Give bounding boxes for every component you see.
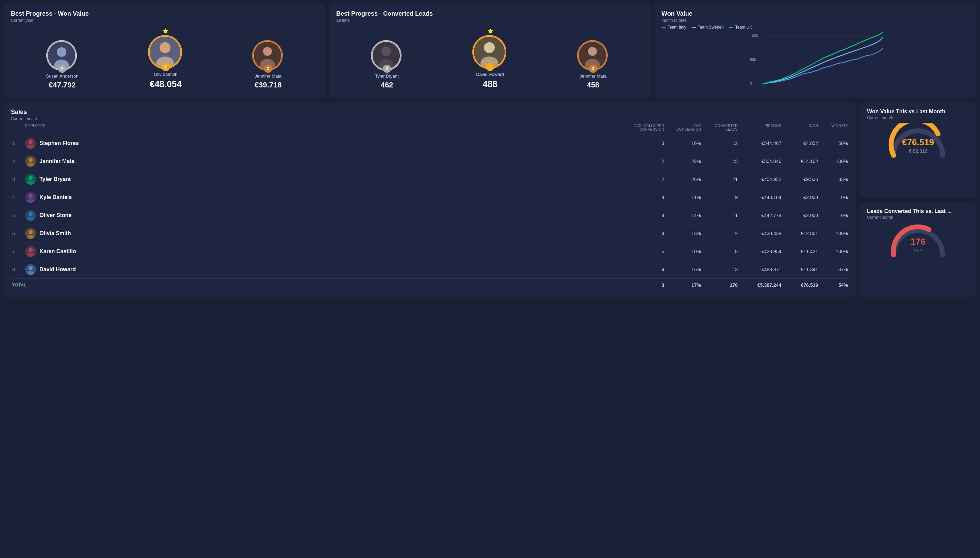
lead-conv: 13% <box>667 231 701 236</box>
avatar-svg <box>25 264 36 275</box>
won-value-gauge-card: Won Value This vs Last Month Current mon… <box>860 102 976 198</box>
podium-name-1: Olivia Smith <box>154 72 177 77</box>
total-label: TOTAL <box>12 283 627 287</box>
col-avg-calls: AVG. CALLS PER CONVERSION <box>630 124 664 131</box>
podium-value-1: €48.054 <box>150 79 182 89</box>
leads-podium-name-2: Tyler Bryant <box>375 74 399 79</box>
leads-gauge-card: Leads Converted This vs. Last ... Curren… <box>860 202 976 298</box>
legend-label-sweden: Team Sweden <box>698 25 724 30</box>
best-progress-won-subtitle: Current year <box>11 18 318 23</box>
col-pipeline: PIPELINE <box>740 124 781 131</box>
table-row: 5 Oliver Stone 4 14% 11 €442.778 €2.000 … <box>11 207 849 225</box>
won: €11.341 <box>784 267 818 272</box>
won-gauge-secondary: € 82.316 <box>902 148 934 154</box>
podium-item-1: ⭐ 1 Olivia Smith €48.054 <box>149 28 183 89</box>
won: €9.535 <box>784 177 818 182</box>
legend-dot-italy <box>662 27 666 28</box>
avg-calls: 4 <box>630 231 664 236</box>
avatar-svg <box>25 138 36 149</box>
emp-avatar <box>25 246 36 257</box>
pipeline: €428.954 <box>740 249 781 254</box>
leads-podium-item-1: ⭐ 1 David Howard 488 <box>473 28 507 89</box>
conv-leads: 13 <box>704 267 738 272</box>
avg-calls: 2 <box>630 177 664 182</box>
y-label-0: 0 <box>750 81 752 85</box>
svg-point-37 <box>29 230 33 234</box>
col-winrate: WINRATE <box>821 124 848 131</box>
badge-3: 3 <box>264 65 272 73</box>
best-progress-won-title: Best Progress - Won Value <box>11 10 318 17</box>
dashboard: Best Progress - Won Value Current year 2… <box>4 4 976 297</box>
svg-point-13 <box>484 42 495 53</box>
leads-gauge-wrap: 176 252 <box>867 223 969 260</box>
total-winrate: 54% <box>821 282 848 288</box>
emp-name: Kyle Daniels <box>39 194 72 200</box>
employee-cell: Tyler Bryant <box>25 174 627 185</box>
svg-point-40 <box>29 248 33 252</box>
table-row: 4 Kyle Daniels 4 11% 9 €443.184 €2.000 0… <box>11 189 849 207</box>
legend-italy: Team Italy <box>662 25 686 30</box>
emp-avatar <box>25 192 36 203</box>
won-gauge-main: €76.519 <box>902 137 934 148</box>
right-column: Won Value This vs Last Month Current mon… <box>860 102 976 297</box>
leads-podium-item-2: 2 Tyler Bryant 462 <box>372 41 402 89</box>
conv-leads: 23 <box>704 159 738 164</box>
emp-name: Karen Castillo <box>39 248 76 254</box>
conv-leads: 21 <box>704 177 738 182</box>
won: €2.000 <box>784 195 818 200</box>
svg-point-10 <box>381 47 391 56</box>
leads-gauge-main: 176 <box>911 236 925 247</box>
employee-cell: Olivia Smith <box>25 228 627 239</box>
row-rank: 6 <box>12 231 23 236</box>
avatar-svg <box>25 156 36 167</box>
podium-value-2: €47.792 <box>49 80 76 89</box>
emp-name: Tyler Bryant <box>39 176 71 182</box>
line-chart-svg: 100k 50k 0 <box>662 32 969 87</box>
avatar-svg <box>25 174 36 185</box>
sales-table-body: 1 Stephen Flores 3 16% 12 €544.467 €4.85… <box>11 135 849 278</box>
legend-dot-sweden <box>692 27 696 28</box>
sales-subtitle: Current month <box>11 117 849 121</box>
pipeline: €443.184 <box>740 195 781 200</box>
conv-leads: 8 <box>704 249 738 254</box>
leads-podium-value-3: 458 <box>587 80 599 89</box>
row-rank: 1 <box>12 141 23 146</box>
leads-gauge-title: Leads Converted This vs. Last ... <box>867 208 969 214</box>
podium-name-3: Jennifer Mata <box>254 74 281 79</box>
table-row: 1 Stephen Flores 3 16% 12 €544.467 €4.85… <box>11 135 849 153</box>
winrate: 100% <box>821 249 848 254</box>
leads-badge-2: 2 <box>383 65 391 73</box>
bottom-row: Sales Current month EMPLOYEE AVG. CALLS … <box>4 102 976 297</box>
sales-card: Sales Current month EMPLOYEE AVG. CALLS … <box>4 102 856 297</box>
legend-uk: Team UK <box>729 25 752 30</box>
avatar-svg <box>25 246 36 257</box>
total-lead-conv: 17% <box>667 282 701 288</box>
avatar-svg <box>25 192 36 203</box>
table-row: 8 David Howard 4 15% 13 €488.371 €11.341… <box>11 261 849 278</box>
svg-point-34 <box>29 212 33 216</box>
podium-item-3: 3 Jennifer Mata €39.718 <box>253 41 284 89</box>
table-header: EMPLOYEE AVG. CALLS PER CONVERSION LEAD … <box>11 121 849 135</box>
best-progress-leads-title: Best Progress - Converted Leads <box>336 10 644 17</box>
svg-point-28 <box>29 176 33 180</box>
emp-avatar <box>25 264 36 275</box>
leads-podium-value-1: 488 <box>483 79 497 89</box>
svg-point-25 <box>29 158 33 162</box>
lead-conv: 22% <box>667 159 701 164</box>
pipeline: €488.371 <box>740 267 781 272</box>
legend-sweden: Team Sweden <box>692 25 724 30</box>
avg-calls: 4 <box>630 267 664 272</box>
svg-point-43 <box>29 266 33 270</box>
employee-cell: Kyle Daniels <box>25 192 627 203</box>
won: €4.852 <box>784 141 818 146</box>
avatar-svg <box>25 228 36 239</box>
avg-calls: 2 <box>630 159 664 164</box>
leads-podium-name-1: David Howard <box>476 72 504 77</box>
emp-avatar <box>25 138 36 149</box>
won-podium: 2 Susan Anderson €47.792 ⭐ 1 <box>11 28 318 92</box>
leads-podium: 2 Tyler Bryant 462 ⭐ 1 <box>336 28 644 92</box>
legend-label-uk: Team UK <box>735 25 752 30</box>
lead-conv: 16% <box>667 141 701 146</box>
emp-name: Olivia Smith <box>39 230 71 236</box>
row-rank: 4 <box>12 195 23 200</box>
